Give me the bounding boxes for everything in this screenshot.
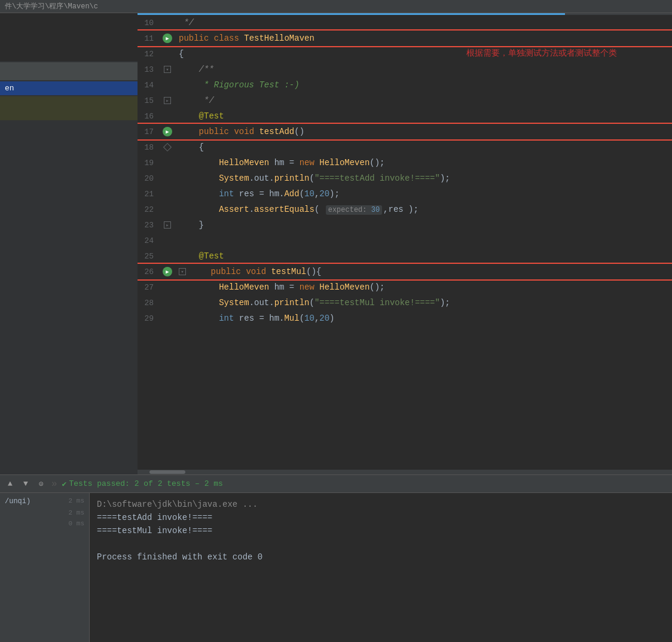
gutter-diamond xyxy=(158,144,176,150)
run-icon[interactable]: ▶ xyxy=(163,127,172,136)
test-item[interactable]: 0 ms xyxy=(0,518,89,529)
code-line: 25 @Test xyxy=(138,248,672,264)
code-line: 19 HelloMeven hm = new HelloMeven(); xyxy=(138,155,672,171)
diamond-icon xyxy=(163,143,172,151)
code-content: Assert.assertEquals( expected: 30,res ); xyxy=(176,205,672,214)
line-number: 22 xyxy=(138,205,158,214)
code-line: 14 * Rigorous Test :-) xyxy=(138,77,672,93)
console-line-exit: Process finished with exit code 0 xyxy=(97,550,665,564)
sidebar-item-label: en xyxy=(5,84,14,93)
run-icon[interactable]: ▶ xyxy=(163,34,172,43)
code-content: int res = hm.Mul(10,20) xyxy=(176,314,672,323)
top-bar: 件\大学学习\程序\Maven\c xyxy=(0,0,672,13)
code-content: public class TestHelloMaven xyxy=(176,34,672,43)
line-number: 12 xyxy=(138,50,158,59)
console-line: D:\software\jdk\bin\java.exe ... xyxy=(97,498,665,511)
console-line: ====testAdd invoke!==== xyxy=(97,511,665,524)
code-content: @Test xyxy=(176,111,672,121)
sidebar: en xyxy=(0,13,138,474)
param-hint: expected: 30 xyxy=(326,205,382,215)
code-line: 16 @Test xyxy=(138,108,672,124)
test-time: 2 ms xyxy=(69,497,84,506)
code-content: System.out.println("====testMul invoke!=… xyxy=(176,298,672,308)
line-number: 26 xyxy=(138,267,158,276)
line-number: 18 xyxy=(138,143,158,152)
scroll-down-button[interactable]: ▼ xyxy=(20,479,31,489)
run-icon[interactable]: ▶ xyxy=(163,267,172,276)
code-line: 10 */ xyxy=(138,15,672,31)
bottom-content: /unqi) 2 ms 2 ms 0 ms D:\software\jdk\bi… xyxy=(0,493,672,642)
gutter-run[interactable]: ▶ xyxy=(158,34,176,43)
line-number: 14 xyxy=(138,81,158,90)
gutter-fold2[interactable]: ▸ xyxy=(158,97,176,104)
line-number: 27 xyxy=(138,283,158,292)
code-content: public void testMul(){ xyxy=(188,267,672,276)
toolbar-separator: » xyxy=(51,479,57,489)
code-line-26: 26 ▶ ▾ public void testMul(){ xyxy=(138,264,672,279)
code-content: HelloMeven hm = new HelloMeven(); xyxy=(176,158,672,168)
test-name: /unqi) xyxy=(5,497,30,506)
code-line-17: 17 ▶ public void testAdd() xyxy=(138,124,672,139)
line-number: 10 xyxy=(138,19,158,28)
test-item[interactable]: /unqi) 2 ms xyxy=(0,495,89,507)
line-number: 25 xyxy=(138,252,158,261)
fold-icon[interactable]: ▾ xyxy=(179,268,186,275)
code-line: 24 xyxy=(138,233,672,248)
line-number: 28 xyxy=(138,299,158,308)
code-content: } xyxy=(176,220,672,230)
code-editor[interactable]: 10 */ 11 ▶ public class TestHelloMaven 1… xyxy=(138,15,672,470)
gutter-run[interactable]: ▶ xyxy=(158,127,176,136)
line-number: 21 xyxy=(138,190,158,199)
fold-icon[interactable]: ▾ xyxy=(164,66,171,73)
gutter-fold2[interactable]: ▸ xyxy=(158,221,176,229)
clock-button[interactable]: ⊙ xyxy=(36,479,47,489)
line-number: 20 xyxy=(138,174,158,183)
code-line: 22 Assert.assertEquals( expected: 30,res… xyxy=(138,202,672,217)
file-path: 件\大学学习\程序\Maven\c xyxy=(5,1,98,11)
scroll-up-button[interactable]: ▲ xyxy=(5,479,16,489)
code-content: * Rigorous Test :-) xyxy=(176,80,672,90)
code-line: 23 ▸ } xyxy=(138,217,672,233)
line-number: 24 xyxy=(138,236,158,245)
console-line: ====testMul invoke!==== xyxy=(97,524,665,537)
code-content: public void testAdd() xyxy=(176,127,672,136)
line-number: 23 xyxy=(138,221,158,230)
horizontal-scrollbar[interactable] xyxy=(138,470,672,474)
line-number: 13 xyxy=(138,65,158,74)
gutter-fold[interactable]: ▾ xyxy=(176,268,188,275)
code-content: /** xyxy=(176,65,672,74)
code-line: 12 { 根据需要，单独测试方法或者测试整个类 xyxy=(138,46,672,62)
code-line: 21 int res = hm.Add(10,20); xyxy=(138,186,672,202)
fold-icon[interactable]: ▸ xyxy=(164,97,171,104)
console-output: D:\software\jdk\bin\java.exe ... ====tes… xyxy=(90,493,672,642)
sidebar-item-active[interactable]: en xyxy=(0,81,138,95)
code-content: HelloMeven hm = new HelloMeven(); xyxy=(176,282,672,292)
line-number: 17 xyxy=(138,127,158,136)
main-area: en 10 */ 11 ▶ xyxy=(0,13,672,474)
code-line: 28 System.out.println("====testMul invok… xyxy=(138,295,672,311)
test-item[interactable]: 2 ms xyxy=(0,507,89,518)
fold-icon[interactable]: ▸ xyxy=(164,221,171,229)
code-content: System.out.println("====testAdd invoke!=… xyxy=(176,174,672,183)
checkmark-icon: ✔ xyxy=(62,479,67,489)
editor-area: 10 */ 11 ▶ public class TestHelloMaven 1… xyxy=(138,13,672,474)
code-line: 20 System.out.println("====testAdd invok… xyxy=(138,171,672,186)
sidebar-tree: en xyxy=(0,13,138,474)
line-number: 29 xyxy=(138,314,158,323)
code-content: { xyxy=(176,142,672,152)
code-line: 29 int res = hm.Mul(10,20) xyxy=(138,311,672,326)
line-number: 16 xyxy=(138,112,158,121)
test-time: 2 ms xyxy=(69,509,84,516)
code-content: int res = hm.Add(10,20); xyxy=(176,189,672,199)
code-content: */ xyxy=(176,18,672,28)
code-line: 13 ▾ /** xyxy=(138,62,672,77)
line-number: 11 xyxy=(138,34,158,43)
code-line: 27 HelloMeven hm = new HelloMeven(); xyxy=(138,279,672,295)
code-line: 18 { xyxy=(138,139,672,155)
tests-passed-text: Tests passed: 2 of 2 tests – 2 ms xyxy=(69,479,222,488)
bottom-toolbar: ▲ ▼ ⊙ » ✔ Tests passed: 2 of 2 tests – 2… xyxy=(0,475,672,493)
scrollbar-thumb[interactable] xyxy=(149,470,185,474)
gutter-fold[interactable]: ▾ xyxy=(158,66,176,73)
gutter-run[interactable]: ▶ xyxy=(158,267,176,276)
line-number: 19 xyxy=(138,159,158,168)
